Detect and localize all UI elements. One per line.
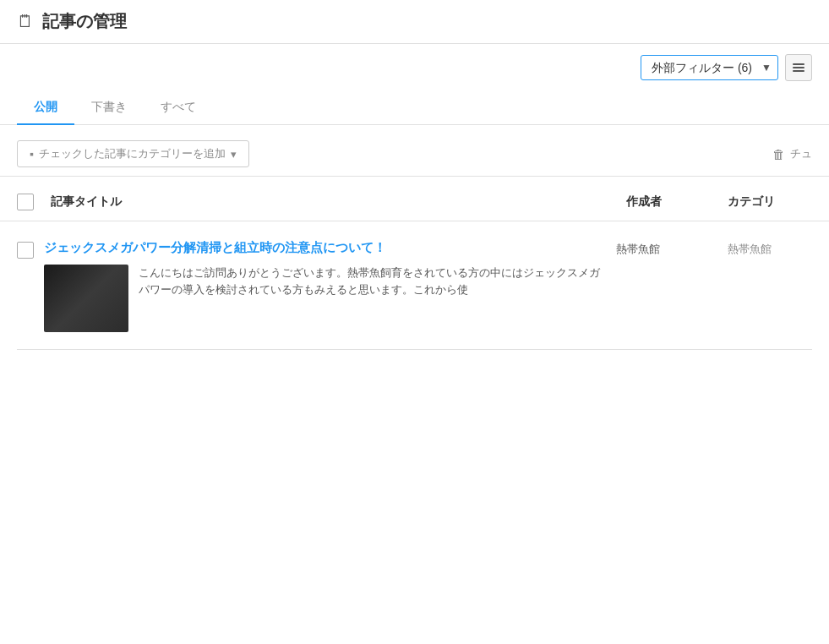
columns-button[interactable] (785, 54, 812, 81)
table-header: 記事タイトル 作成者 カテゴリ (0, 183, 829, 221)
delete-label: チュ (790, 146, 812, 161)
row-checkbox[interactable] (17, 242, 34, 259)
article-author-col: 熱帯魚館 (616, 238, 717, 257)
col-category-header: カテゴリ (728, 194, 812, 210)
filter-select[interactable]: 外部フィルター (6)すべて公開下書き (641, 55, 778, 80)
table-row: ジェックスメガパワー分解清掃と組立時の注意点について！ こんにちはご訪問ありがと… (17, 221, 812, 350)
tab-draft[interactable]: 下書き (74, 91, 144, 125)
category-add-button[interactable]: ▪ チェックした記事にカテゴリーを追加 ▾ (17, 140, 249, 167)
delete-button[interactable]: 🗑 チュ (772, 146, 812, 161)
folder-icon: ▪ (30, 147, 34, 161)
article-list: ジェックスメガパワー分解清掃と組立時の注意点について！ こんにちはご訪問ありがと… (0, 221, 829, 350)
article-category-col: 熱帯魚館 (728, 238, 812, 257)
article-excerpt: こんにちはご訪問ありがとうございます。熱帯魚飼育をされている方の中にはジェックス… (139, 265, 606, 332)
page-header: 🗒 記事の管理 (0, 0, 829, 44)
filter-wrapper: 外部フィルター (6)すべて公開下書き ▼ (641, 55, 778, 80)
cols-line-3 (793, 70, 804, 72)
cols-line-1 (793, 63, 804, 65)
select-all-checkbox[interactable] (17, 194, 34, 210)
article-thumbnail (44, 265, 128, 332)
dropdown-arrow-icon: ▾ (231, 148, 237, 161)
col-title-header: 記事タイトル (51, 194, 626, 210)
article-body: こんにちはご訪問ありがとうございます。熱帯魚飼育をされている方の中にはジェックス… (44, 265, 606, 332)
trash-icon: 🗑 (772, 147, 785, 161)
tab-public[interactable]: 公開 (17, 91, 74, 125)
document-icon: 🗒 (17, 12, 34, 31)
tabs-row: 公開 下書き すべて (0, 91, 829, 125)
article-author: 熱帯魚館 (616, 242, 660, 257)
article-title-link[interactable]: ジェックスメガパワー分解清掃と組立時の注意点について！ (44, 238, 606, 258)
col-author-header: 作成者 (626, 194, 728, 210)
cols-line-2 (793, 67, 804, 68)
category-add-label: チェックした記事にカテゴリーを追加 (39, 146, 226, 161)
article-content: ジェックスメガパワー分解清掃と組立時の注意点について！ こんにちはご訪問ありがと… (44, 238, 606, 332)
toolbar-row: 外部フィルター (6)すべて公開下書き ▼ (0, 44, 829, 91)
bulk-action-row: ▪ チェックした記事にカテゴリーを追加 ▾ 🗑 チュ (0, 132, 829, 177)
article-category: 熱帯魚館 (728, 243, 772, 255)
page-title: 記事の管理 (42, 10, 127, 33)
tab-all[interactable]: すべて (144, 91, 213, 125)
